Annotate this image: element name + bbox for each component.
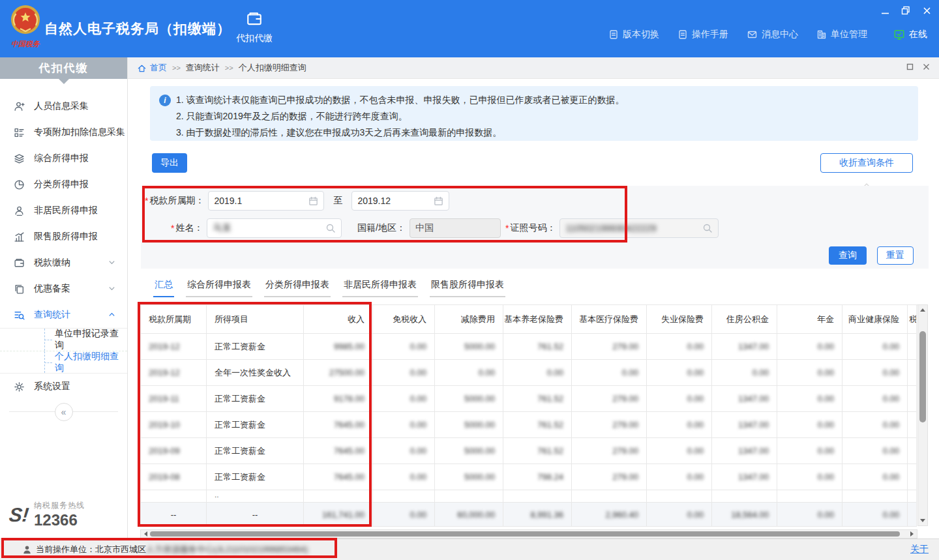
- table-cell: 0.00: [777, 386, 842, 412]
- table-cell: 279.00: [572, 438, 647, 464]
- sidebar-item-税款缴纳[interactable]: 税款缴纳: [0, 250, 127, 276]
- breadcrumb-home[interactable]: 首页: [137, 62, 167, 74]
- sidebar: 代扣代缴 人员信息采集专项附加扣除信息采集综合所得申报分类所得申报非居民所得申报…: [0, 57, 128, 538]
- nationality-field-group: 国籍/地区： 中国: [357, 218, 501, 238]
- table-cell: 0.00: [777, 334, 842, 360]
- table-total-cell: [908, 503, 917, 527]
- minimize-button[interactable]: [879, 5, 891, 16]
- table-cell: 0.00: [373, 334, 435, 360]
- search-icon[interactable]: [702, 223, 713, 233]
- calendar-icon[interactable]: [308, 196, 318, 206]
- table-cell: 0.00: [647, 360, 712, 386]
- id-input[interactable]: 110502199930422229: [559, 218, 719, 238]
- table-cell: 27500.00: [304, 360, 373, 386]
- table-cell: [712, 490, 777, 503]
- table-total-cell: --: [207, 503, 304, 527]
- query-button[interactable]: 查询: [829, 246, 867, 265]
- cell-value: 2,960.40: [605, 510, 638, 520]
- page-controls: [906, 63, 930, 70]
- breadcrumb-section: 查询统计: [186, 62, 220, 74]
- sidebar-header: 代扣代缴: [0, 57, 127, 79]
- scroll-up-arrow[interactable]: [918, 305, 927, 314]
- header-menu-item[interactable]: 消息中心: [747, 29, 798, 40]
- cell-value: 0.00: [687, 510, 704, 520]
- cell-value: 2019-10: [149, 420, 180, 430]
- period-to-input[interactable]: 2019.12: [351, 191, 449, 211]
- scroll-right-arrow[interactable]: [908, 530, 917, 538]
- sidebar-item-优惠备案[interactable]: 优惠备案: [0, 276, 127, 302]
- tab-分类所得申报表[interactable]: 分类所得申报表: [264, 279, 331, 297]
- scroll-left-arrow[interactable]: [141, 530, 150, 538]
- sidebar-item-人员信息采集[interactable]: 人员信息采集: [0, 93, 127, 119]
- tab-withholding[interactable]: 代扣代缴: [228, 10, 280, 44]
- table-cell: [908, 412, 917, 438]
- sidebar-subitem-单位申报记录查询[interactable]: 单位申报记录查询: [0, 329, 127, 351]
- window-controls: [879, 5, 932, 16]
- required-mark: *: [145, 196, 148, 206]
- name-input[interactable]: 马某: [207, 218, 342, 238]
- header-menu-item[interactable]: 版本切换: [608, 29, 659, 40]
- sidebar-item-综合所得申报[interactable]: 综合所得申报: [0, 145, 127, 171]
- header-menu-item[interactable]: 单位管理: [816, 29, 867, 40]
- tab-限售股所得申报表[interactable]: 限售股所得申报表: [430, 279, 505, 297]
- table-cell: 1347.00: [712, 464, 777, 490]
- china-tax-emblem-logo: 中国税务: [7, 4, 44, 49]
- tab-非居民所得申报表[interactable]: 非居民所得申报表: [342, 279, 418, 297]
- sidebar-item-系统设置[interactable]: 系统设置: [0, 374, 127, 400]
- cell-value: 失业保险费: [661, 314, 704, 325]
- export-button[interactable]: 导出: [152, 153, 187, 173]
- breadcrumb: 首页 >> 查询统计 >> 个人扣缴明细查询: [128, 57, 939, 79]
- sidebar-item-分类所得申报[interactable]: 分类所得申报: [0, 171, 127, 198]
- sidebar-collapse-divider: «: [9, 411, 118, 412]
- cell-value: 1347.00: [738, 420, 769, 430]
- calendar-icon[interactable]: [434, 196, 443, 206]
- search-list-icon: [13, 310, 25, 321]
- cell-value: 0.00: [410, 342, 426, 351]
- tab-汇总[interactable]: 汇总: [153, 279, 174, 297]
- cell-value: 0.00: [687, 420, 704, 430]
- tab-综合所得申报表[interactable]: 综合所得申报表: [186, 279, 252, 297]
- header-menu-item[interactable]: 操作手册: [678, 29, 728, 40]
- horizontal-scroll-thumb[interactable]: [150, 531, 900, 537]
- cell-value: 0.00: [883, 368, 899, 377]
- cell-value: 798.24: [537, 472, 563, 482]
- cell-value: 0.00: [410, 510, 426, 520]
- cell-value: 7645.00: [334, 420, 365, 430]
- table-cell: 0.00: [777, 464, 842, 490]
- sidebar-item-专项附加扣除信息采集[interactable]: 专项附加扣除信息采集: [0, 119, 127, 145]
- copy-icon: [13, 284, 25, 295]
- scroll-down-arrow[interactable]: [918, 516, 927, 525]
- person-icon: [13, 205, 25, 216]
- current-unit-public: 北京市西城区: [95, 544, 146, 555]
- vertical-scrollbar[interactable]: [917, 304, 928, 526]
- sidebar-item-非居民所得申报[interactable]: 非居民所得申报: [0, 198, 127, 224]
- horizontal-scrollbar[interactable]: [140, 529, 917, 538]
- sidebar-item-限售股所得申报[interactable]: 限售股所得申报: [0, 224, 127, 250]
- table-cell: 2019-11: [141, 386, 207, 412]
- table-cell: 2019-12: [141, 334, 207, 360]
- table-cell: 税款所属期: [141, 305, 207, 334]
- reset-button[interactable]: 重置: [877, 246, 914, 265]
- sidebar-collapse-button[interactable]: «: [55, 403, 73, 421]
- collapse-query-button[interactable]: 收折查询条件: [820, 153, 913, 173]
- hotline-block: S! 纳税服务热线 12366: [9, 500, 85, 529]
- cell-value: 1347.00: [738, 394, 769, 404]
- cell-value: 1347.00: [738, 446, 769, 456]
- search-icon[interactable]: [325, 223, 336, 233]
- notice-text: 1. 该查询统计表仅能查询已申报成功的数据，不包含未申报、申报失败，已申报但已作…: [176, 92, 625, 108]
- sidebar-subitem-个人扣缴明细查询[interactable]: 个人扣缴明细查询: [0, 351, 127, 373]
- close-button[interactable]: [921, 5, 932, 16]
- info-icon: i: [159, 95, 171, 106]
- period-from-input[interactable]: 2019.1: [208, 191, 324, 211]
- sidebar-item-查询统计[interactable]: 查询统计: [0, 302, 127, 328]
- main-area: 首页 >> 查询统计 >> 个人扣缴明细查询 i1. 该查询统计表仅能查询已申报…: [128, 57, 939, 538]
- about-link[interactable]: 关于: [910, 544, 929, 555]
- vertical-scroll-thumb[interactable]: [919, 331, 926, 422]
- restore-button[interactable]: [900, 5, 912, 16]
- page-close-button[interactable]: [923, 63, 930, 70]
- table-cell: [908, 464, 917, 490]
- table-total-cell: 8,991.36: [503, 503, 572, 527]
- page-maximize-button[interactable]: [906, 63, 914, 70]
- cell-value: 正常工资薪金: [215, 341, 265, 353]
- table-cell: 5000.00: [435, 438, 503, 464]
